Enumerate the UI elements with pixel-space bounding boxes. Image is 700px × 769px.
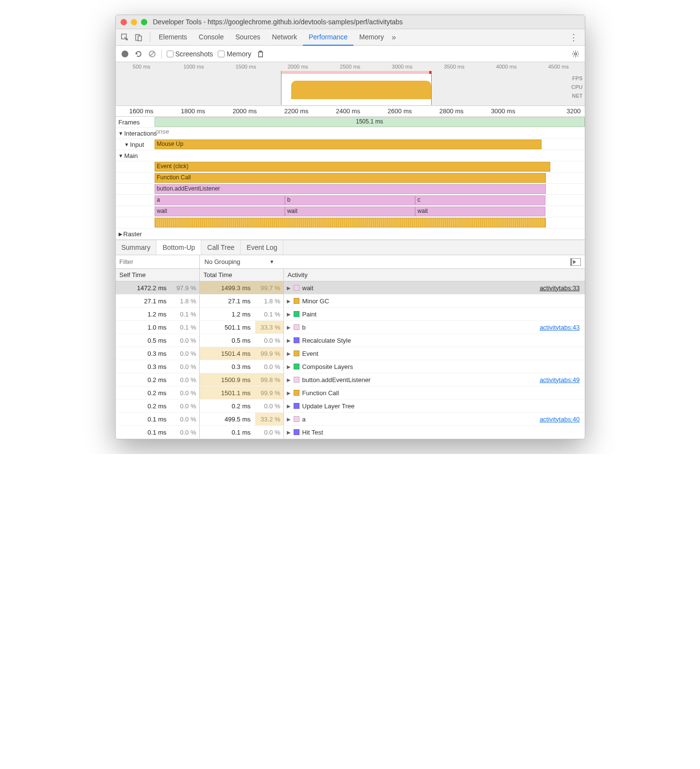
frame-bar[interactable]: 1505.1 ms [155, 117, 585, 127]
flame-c-bar[interactable]: c [415, 195, 545, 205]
category-swatch [294, 403, 299, 409]
expand-icon[interactable]: ▶ [287, 285, 291, 291]
table-row[interactable]: 27.1 ms1.8 %27.1 ms1.8 %▶Minor GC [116, 295, 585, 308]
category-swatch [294, 429, 299, 435]
expand-icon[interactable]: ▶ [287, 312, 291, 317]
expand-icon[interactable]: ▶ [287, 377, 291, 383]
more-tabs-button[interactable]: » [392, 33, 396, 42]
grouping-select[interactable]: No Grouping▼ [200, 255, 280, 268]
subtab-call-tree[interactable]: Call Tree [201, 240, 241, 255]
flame-listener-bar[interactable]: button.addEventListener [155, 184, 546, 194]
tab-console[interactable]: Console [193, 29, 229, 46]
flame-chart[interactable]: Frames 1505.1 ms ▼Interactions onse ▼Inp… [116, 117, 585, 240]
bottom-up-table: 1472.2 ms97.9 %1499.3 ms99.7 %▶waitactiv… [116, 281, 585, 439]
tab-network[interactable]: Network [266, 29, 303, 46]
table-row[interactable]: 1472.2 ms97.9 %1499.3 ms99.7 %▶waitactiv… [116, 281, 585, 295]
flame-wait-bar[interactable]: wait [415, 207, 545, 216]
category-swatch [294, 337, 299, 343]
table-row[interactable]: 1.2 ms0.1 %1.2 ms0.1 %▶Paint [116, 308, 585, 321]
col-self-time[interactable]: Self Time [116, 269, 200, 281]
table-row[interactable]: 0.2 ms0.0 %1500.9 ms99.8 %▶button.addEve… [116, 373, 585, 386]
flame-event-bar[interactable]: Event (click) [155, 162, 550, 172]
clear-button[interactable] [148, 50, 157, 58]
table-row[interactable]: 0.5 ms0.0 %0.5 ms0.0 %▶Recalculate Style [116, 334, 585, 347]
expand-icon[interactable]: ▶ [287, 364, 291, 369]
filter-input[interactable] [116, 255, 200, 268]
svg-line-4 [150, 52, 154, 56]
table-row[interactable]: 0.3 ms0.0 %0.3 ms0.0 %▶Composite Layers [116, 360, 585, 373]
tab-sources[interactable]: Sources [229, 29, 266, 46]
activity-name: Update Layer Tree [302, 402, 355, 410]
tab-elements[interactable]: Elements [153, 29, 193, 46]
table-row[interactable]: 0.2 ms0.0 %1501.1 ms99.9 %▶Function Call [116, 386, 585, 400]
subtab-bottom-up[interactable]: Bottom-Up [157, 240, 201, 255]
source-link[interactable]: activitytabs:40 [540, 416, 579, 423]
flame-function-call-bar[interactable]: Function Call [155, 173, 546, 183]
flame-b-bar[interactable]: b [285, 195, 415, 205]
analysis-subtabs: SummaryBottom-UpCall TreeEvent Log [116, 240, 585, 255]
settings-kebab-icon[interactable]: ⋮ [566, 32, 581, 43]
record-button[interactable] [121, 50, 129, 58]
input-lane-label[interactable]: ▼Input [116, 141, 155, 148]
source-link[interactable]: activitytabs:33 [540, 284, 579, 292]
activity-name: button.addEventListener [302, 376, 371, 384]
expand-icon[interactable]: ▶ [287, 338, 291, 343]
devtools-window: Developer Tools - https://googlechrome.g… [115, 15, 585, 439]
expand-icon[interactable]: ▶ [287, 351, 291, 356]
expand-icon[interactable]: ▶ [287, 325, 291, 330]
svg-rect-2 [138, 36, 141, 41]
timeline-overview[interactable]: 500 ms1000 ms1500 ms2000 ms2500 ms3000 m… [116, 62, 585, 106]
source-link[interactable]: activitytabs:43 [540, 324, 579, 331]
gear-icon[interactable] [571, 50, 580, 58]
flame-a-bar[interactable]: a [155, 195, 285, 205]
screenshots-checkbox[interactable]: Screenshots [167, 50, 213, 58]
filter-row: No Grouping▼ [116, 255, 585, 269]
expand-icon[interactable]: ▶ [287, 403, 291, 409]
tab-memory[interactable]: Memory [353, 29, 390, 46]
subtab-summary[interactable]: Summary [116, 240, 157, 255]
dock-side-icon[interactable] [570, 258, 581, 266]
table-row[interactable]: 0.2 ms0.0 %0.2 ms0.0 %▶Update Layer Tree [116, 400, 585, 413]
expand-icon[interactable]: ▶ [287, 298, 291, 304]
category-swatch [294, 377, 299, 383]
table-row[interactable]: 0.3 ms0.0 %1501.4 ms99.9 %▶Event [116, 347, 585, 360]
memory-checkbox[interactable]: Memory [218, 50, 251, 58]
subtab-event-log[interactable]: Event Log [241, 240, 283, 255]
activity-name: Minor GC [302, 297, 330, 305]
window-minimize-button[interactable] [131, 19, 137, 25]
activity-name: a [302, 416, 306, 423]
expand-icon[interactable]: ▶ [287, 430, 291, 435]
flame-strip-bar[interactable] [155, 218, 546, 227]
activity-name: Recalculate Style [302, 337, 351, 344]
flame-wait-bar[interactable]: wait [285, 207, 415, 216]
table-row[interactable]: 1.0 ms0.1 %501.1 ms33.3 %▶bactivitytabs:… [116, 321, 585, 334]
interactions-lane-label[interactable]: ▼Interactions [116, 130, 155, 137]
category-swatch [294, 350, 299, 356]
reload-button[interactable] [134, 50, 143, 58]
window-maximize-button[interactable] [141, 19, 147, 25]
main-lane-label[interactable]: ▼Main [116, 152, 155, 159]
tab-performance[interactable]: Performance [303, 29, 353, 46]
trash-icon[interactable] [256, 50, 265, 58]
window-close-button[interactable] [121, 19, 127, 25]
svg-point-5 [574, 52, 576, 54]
activity-name: b [302, 324, 306, 331]
overview-selection[interactable] [281, 71, 432, 105]
category-swatch [294, 390, 299, 396]
input-event-bar[interactable]: Mouse Up [155, 140, 542, 149]
table-row[interactable]: 0.1 ms0.0 %499.5 ms33.2 %▶aactivitytabs:… [116, 413, 585, 426]
expand-icon[interactable]: ▶ [287, 390, 291, 396]
expand-icon[interactable]: ▶ [287, 417, 291, 422]
detail-timeline-ruler: 1600 ms1800 ms2000 ms2200 ms2400 ms2600 … [116, 106, 585, 117]
flame-wait-bar[interactable]: wait [155, 207, 285, 216]
raster-lane-label[interactable]: ▶Raster [116, 230, 155, 238]
col-activity[interactable]: Activity [284, 269, 585, 281]
col-total-time[interactable]: Total Time [200, 269, 284, 281]
source-link[interactable]: activitytabs:49 [540, 376, 579, 384]
device-toggle-icon[interactable] [133, 32, 144, 43]
window-title: Developer Tools - https://googlechrome.g… [153, 18, 403, 26]
activity-name: Paint [302, 311, 317, 318]
table-row[interactable]: 0.1 ms0.0 %0.1 ms0.0 %▶Hit Test [116, 426, 585, 439]
category-swatch [294, 416, 299, 422]
inspect-icon[interactable] [120, 32, 130, 43]
